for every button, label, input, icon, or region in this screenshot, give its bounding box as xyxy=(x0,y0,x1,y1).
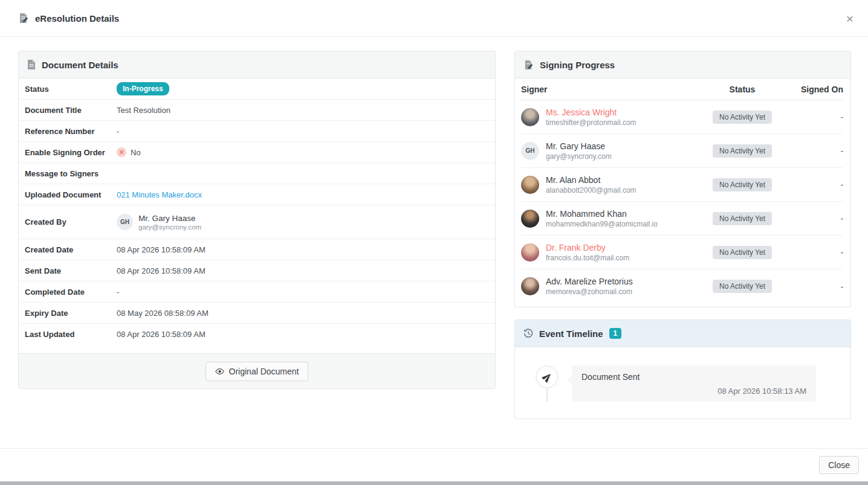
signer-email: timeshifter@protonmail.com xyxy=(546,118,636,127)
status-badge: No Activity Yet xyxy=(713,246,772,259)
message-to-signers-row: Message to Signers xyxy=(19,163,495,184)
event-title: Document Sent xyxy=(581,372,806,382)
field-label: Message to Signers xyxy=(25,169,117,178)
last-updated-row: Last Updated 08 Apr 2026 10:58:09 AM xyxy=(19,324,495,345)
signer-name: Mr. Mohammed Khan xyxy=(546,209,658,219)
signers-table-header: Signer Status Signed On xyxy=(521,79,843,100)
modal-header: eResolution Details × xyxy=(0,0,868,37)
panel-title: Signing Progress xyxy=(540,60,615,70)
signed-on-value: - xyxy=(794,282,843,291)
field-label: Expiry Date xyxy=(25,309,117,318)
file-signature-icon xyxy=(523,60,534,70)
field-label: Reference Number xyxy=(25,127,117,136)
field-label: Sent Date xyxy=(25,266,117,275)
status-badge: No Activity Yet xyxy=(713,178,772,191)
field-label: Completed Date xyxy=(25,287,117,297)
panel-title: Event Timeline xyxy=(539,329,603,339)
document-details-rows: Status In-Progress Document Title Test R… xyxy=(19,79,495,353)
completed-date-row: Completed Date - xyxy=(19,281,495,303)
eye-icon xyxy=(215,368,224,375)
status-badge: No Activity Yet xyxy=(713,111,772,124)
field-label: Created Date xyxy=(25,245,117,254)
modal-footer: Close xyxy=(0,448,868,481)
signer-email: memoreva@zohomail.com xyxy=(546,287,633,296)
signer-row: Mr. Mohammed Khan mohammedkhan99@atomicm… xyxy=(521,202,843,236)
cross-circle-icon: ✕ xyxy=(117,147,126,157)
signing-progress-header: Signing Progress xyxy=(515,51,850,79)
field-value: No xyxy=(131,148,141,157)
history-icon xyxy=(523,329,533,338)
status-row: Status In-Progress xyxy=(19,79,495,100)
signed-on-value: - xyxy=(794,248,843,257)
field-label: Status xyxy=(25,85,117,94)
signer-email: alanabbott2000@gmail.com xyxy=(546,186,636,194)
avatar xyxy=(521,277,539,295)
panel-title: Document Details xyxy=(42,60,118,70)
close-icon[interactable]: × xyxy=(846,12,853,25)
signed-on-value: - xyxy=(794,146,843,155)
uploaded-document-link[interactable]: 021 Minutes Maker.docx xyxy=(117,190,202,199)
event-timeline-panel: Event Timeline 1 Document Sent xyxy=(514,320,851,419)
event-timeline-header: Event Timeline 1 xyxy=(515,320,850,347)
field-label: Enable Signing Order xyxy=(25,148,117,157)
signer-name: Ms. Jessica Wright xyxy=(546,108,636,117)
created-date-row: Created Date 08 Apr 2026 10:58:09 AM xyxy=(19,239,495,260)
avatar: GH xyxy=(117,214,133,230)
file-icon xyxy=(27,60,36,69)
signer-name: Mr. Gary Haase xyxy=(546,141,612,151)
signer-row: Ms. Jessica Wright timeshifter@protonmai… xyxy=(521,100,843,134)
timeline-event-card: Document Sent 08 Apr 2026 10:58:13 AM xyxy=(572,365,816,402)
file-signature-icon xyxy=(18,13,29,24)
original-document-label: Original Document xyxy=(229,367,299,376)
field-value: 08 Apr 2026 10:58:09 AM xyxy=(117,245,206,254)
signers-table: Signer Status Signed On Ms. Jessica Wrig… xyxy=(515,79,850,307)
avatar xyxy=(521,108,539,126)
column-signed-on: Signed On xyxy=(794,85,843,94)
expiry-date-row: Expiry Date 08 May 2026 08:58:09 AM xyxy=(19,303,495,324)
field-value: - xyxy=(117,127,119,136)
field-label: Created By xyxy=(25,217,117,226)
field-label: Uploaded Document xyxy=(25,190,117,199)
avatar xyxy=(521,243,539,262)
signer-email: mohammedkhan99@atomicmail.io xyxy=(546,220,658,228)
event-count-badge: 1 xyxy=(609,328,622,339)
close-button[interactable]: Close xyxy=(819,456,859,474)
signer-name: Dr. Frank Derby xyxy=(546,243,629,252)
field-value: 08 Apr 2026 10:58:09 AM xyxy=(117,266,206,275)
enable-signing-order-row: Enable Signing Order ✕ No xyxy=(19,142,495,163)
sent-date-row: Sent Date 08 Apr 2026 10:58:09 AM xyxy=(19,260,495,281)
document-details-footer: Original Document xyxy=(19,353,495,388)
status-badge: No Activity Yet xyxy=(713,280,772,293)
avatar: GH xyxy=(521,142,539,160)
timeline-stem xyxy=(546,388,548,402)
uploaded-document-row: Uploaded Document 021 Minutes Maker.docx xyxy=(19,184,495,205)
event-timeline-body: Document Sent 08 Apr 2026 10:58:13 AM xyxy=(515,347,850,419)
signer-email: francois.du.toit@mail.com xyxy=(546,254,629,262)
document-details-header: Document Details xyxy=(19,51,495,79)
signer-name: Mr. Alan Abbot xyxy=(546,175,636,185)
created-by-name: Mr. Gary Haase xyxy=(138,214,201,223)
signed-on-value: - xyxy=(794,112,843,121)
field-label: Last Updated xyxy=(25,330,117,339)
field-value: Test Resolution xyxy=(117,106,170,115)
field-label: Document Title xyxy=(25,106,117,115)
signed-on-value: - xyxy=(794,214,843,223)
avatar xyxy=(521,210,539,228)
event-timestamp: 08 Apr 2026 10:58:13 AM xyxy=(581,387,806,396)
signer-row: Mr. Alan Abbot alanabbott2000@gmail.com … xyxy=(521,168,843,202)
right-column: Signing Progress Signer Status Signed On… xyxy=(514,51,851,448)
document-title-row: Document Title Test Resolution xyxy=(19,100,495,121)
page-title: eResolution Details xyxy=(35,13,119,24)
original-document-button[interactable]: Original Document xyxy=(206,362,309,381)
field-value: - xyxy=(117,287,119,297)
signed-on-value: - xyxy=(794,180,843,189)
paper-plane-icon xyxy=(536,365,559,388)
column-status: Status xyxy=(691,85,794,94)
signer-name: Adv. Marelize Pretorius xyxy=(546,277,633,286)
created-by-row: Created By GH Mr. Gary Haase gary@syncro… xyxy=(19,205,495,239)
signing-progress-panel: Signing Progress Signer Status Signed On… xyxy=(514,51,851,307)
column-signer: Signer xyxy=(521,85,691,94)
avatar xyxy=(521,176,539,194)
page-edge xyxy=(0,481,868,485)
status-badge: No Activity Yet xyxy=(713,144,772,158)
